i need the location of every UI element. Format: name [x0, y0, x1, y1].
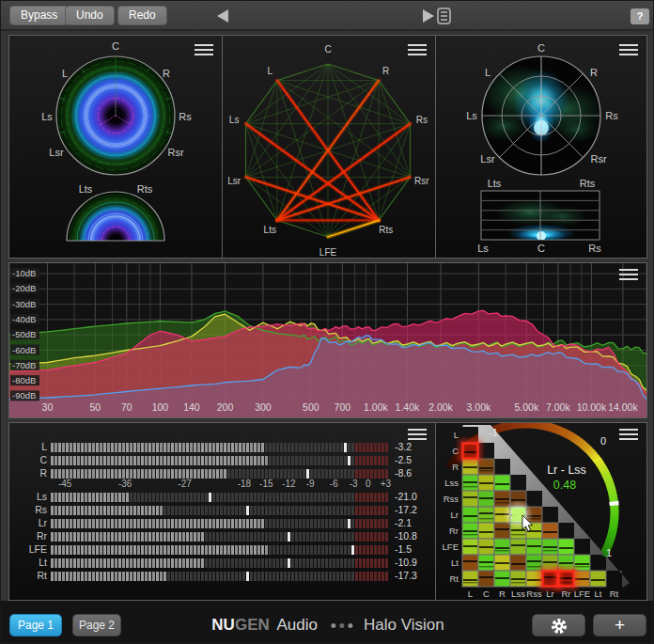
- svg-text:Lr: Lr: [451, 510, 459, 520]
- meter-scale-tick: -45: [58, 479, 71, 489]
- meter-value: -17.3: [395, 571, 417, 581]
- brand-product: Halo Vision: [364, 616, 444, 634]
- meter-value: -8.6: [395, 468, 412, 479]
- svg-text:LFE: LFE: [574, 589, 590, 599]
- svg-text:Lts: Lts: [264, 225, 276, 235]
- page1-button[interactable]: Page 1: [9, 614, 62, 636]
- settings-button[interactable]: [532, 614, 585, 636]
- meter-scale-tick: -18: [238, 479, 251, 489]
- polar-label-lsr: Lsr: [480, 153, 494, 165]
- svg-text:5.00k: 5.00k: [514, 401, 538, 413]
- bypass-button[interactable]: Bypass: [9, 6, 69, 25]
- brand: NUGEN AudioHalo Vision: [211, 614, 444, 636]
- polar-label-r: R: [590, 67, 598, 78]
- meter-value: -3.2: [395, 442, 412, 452]
- previous-icon[interactable]: [217, 9, 228, 23]
- svg-text:Ls: Ls: [229, 115, 240, 125]
- play-icon[interactable]: [423, 9, 434, 23]
- polar-label-l: L: [485, 67, 490, 78]
- surround-scope-display: [9, 36, 222, 258]
- correlation-matrix-display: LCRLssRssLrRrLFELtRtLCRLssRssLrRrLFELtRt…: [436, 423, 646, 600]
- page2-button[interactable]: Page 2: [72, 614, 121, 636]
- svg-text:LFE: LFE: [443, 542, 459, 552]
- svg-text:Rr: Rr: [449, 526, 459, 536]
- plus-icon: +: [615, 615, 625, 635]
- meter-scale-tick: -9: [306, 479, 315, 489]
- meter-channel-label: L: [11, 442, 47, 452]
- svg-text:-40dB: -40dB: [12, 314, 36, 324]
- svg-text:Lt: Lt: [595, 589, 602, 599]
- svg-text:Lr - Lss: Lr - Lss: [547, 463, 586, 477]
- svg-text:100: 100: [152, 401, 169, 413]
- correlation-menu-icon[interactable]: [619, 429, 638, 442]
- svg-text:Lr: Lr: [546, 589, 553, 599]
- network-menu-icon[interactable]: [408, 44, 427, 57]
- scope-label-r: R: [163, 68, 170, 79]
- meter-scale-tick: +3: [381, 479, 391, 489]
- polar-menu-icon[interactable]: [619, 44, 638, 57]
- add-module-button[interactable]: +: [593, 614, 646, 636]
- redo-button[interactable]: Redo: [117, 6, 167, 25]
- meter-bar: [51, 572, 389, 581]
- svg-text:C: C: [324, 44, 331, 55]
- svg-text:Rss: Rss: [444, 494, 459, 504]
- meters-menu-icon[interactable]: [408, 429, 427, 442]
- svg-text:700: 700: [335, 401, 351, 413]
- svg-text:Rts: Rts: [379, 225, 393, 235]
- meter-row-rt: Rt-17.3: [9, 571, 436, 582]
- meter-channel-label: Lt: [11, 558, 47, 568]
- meter-value: -21.0: [395, 492, 417, 502]
- meter-row-lr: Lr-2.1: [9, 518, 436, 529]
- svg-text:7.00k: 7.00k: [546, 401, 570, 413]
- scope-label-rs: Rs: [179, 111, 191, 122]
- meter-value: -1.5: [395, 544, 412, 555]
- svg-text:Lss: Lss: [511, 589, 525, 599]
- meter-bar: [51, 493, 389, 502]
- svg-text:10.00k: 10.00k: [577, 401, 607, 413]
- meter-scale-tick: -15: [259, 479, 272, 489]
- meter-row-rs: Rs-17.2: [9, 505, 436, 516]
- svg-text:Rss: Rss: [526, 589, 542, 599]
- scope-menu-icon[interactable]: [195, 44, 213, 57]
- meter-channel-label: LFE: [11, 544, 47, 555]
- svg-text:-10dB: -10dB: [12, 268, 36, 278]
- meter-value: -10.8: [395, 531, 417, 542]
- undo-button[interactable]: Undo: [65, 6, 115, 25]
- height-label-c: C: [537, 243, 545, 254]
- meter-bar: [51, 545, 389, 555]
- svg-text:1.40k: 1.40k: [396, 401, 420, 413]
- svg-text:C: C: [483, 589, 490, 599]
- meter-bar: [51, 456, 389, 465]
- meter-bar: [51, 519, 389, 528]
- meter-bar: [51, 506, 389, 515]
- svg-text:70: 70: [121, 401, 132, 413]
- meter-bar: [51, 469, 389, 479]
- polar-label-rsr: Rsr: [590, 153, 606, 165]
- meter-bar: [51, 443, 389, 452]
- meter-row-lfe: LFE-1.5: [9, 544, 436, 556]
- polar-label-ls: Ls: [466, 110, 477, 121]
- scope-label-c: C: [112, 40, 119, 52]
- svg-text:LFE: LFE: [319, 247, 337, 258]
- correlation-matrix-panel: LCRLssRssLrRrLFELtRtLCRLssRssLrRrLFELtRt…: [435, 422, 647, 601]
- meter-bar: [51, 558, 389, 568]
- scope-label-lts: Lts: [79, 183, 93, 195]
- localisation-panel: C L R Ls Rs Lsr Rsr Lts Rts Ls C Rs: [435, 35, 647, 259]
- height-label-rs: Rs: [588, 243, 600, 254]
- surround-scope-panel: C L R Ls Rs Lsr Rsr Lts Rts: [8, 35, 223, 259]
- spectrum-menu-icon[interactable]: [619, 269, 638, 282]
- brand-nu: NU: [211, 616, 235, 634]
- svg-text:Rsr: Rsr: [414, 176, 429, 186]
- playlist-icon[interactable]: [437, 8, 451, 24]
- help-button[interactable]: ?: [631, 8, 649, 24]
- meter-value: -2.5: [395, 455, 412, 465]
- svg-text:-1: -1: [489, 427, 498, 438]
- height-label-lts: Lts: [488, 178, 502, 189]
- svg-text:0: 0: [600, 435, 606, 447]
- meter-channel-label: Ls: [11, 492, 47, 502]
- svg-text:200: 200: [217, 401, 234, 413]
- channel-network-panel: CRRsRsrRtsLFELtsLsrLsL: [222, 35, 436, 259]
- meter-value: -2.1: [395, 518, 412, 528]
- toolbar: Bypass Undo Redo ?: [1, 1, 654, 31]
- scope-label-lsr: Lsr: [49, 147, 63, 158]
